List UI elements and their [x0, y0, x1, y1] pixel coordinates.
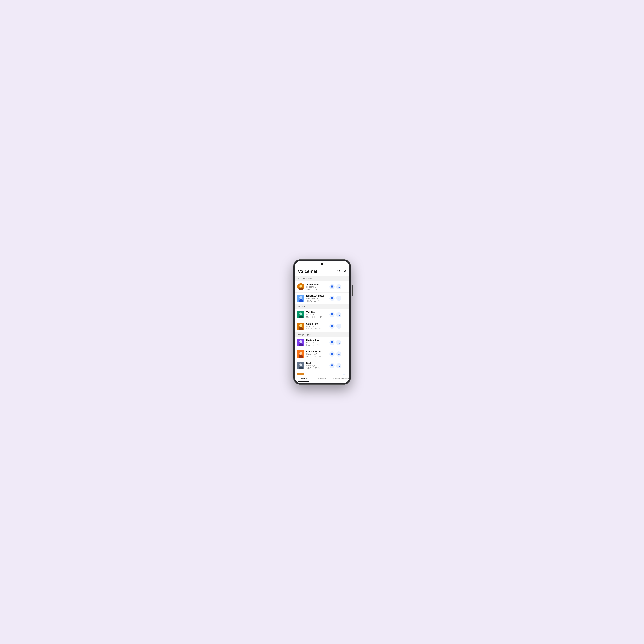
app-content: Voicemail	[295, 261, 349, 383]
avatar	[297, 350, 304, 358]
voicemail-item[interactable]: Sonja Patel	[295, 371, 349, 375]
call-button[interactable]	[336, 312, 341, 317]
bottom-navigation: Inbox Folders Recently Deleted	[295, 375, 349, 383]
message-button[interactable]	[329, 296, 335, 301]
profile-icon[interactable]	[343, 269, 346, 274]
voicemail-list: New voicemails Sonja Patel Hillsboro, CT	[295, 276, 349, 375]
avatar	[297, 323, 304, 330]
svg-point-16	[299, 324, 302, 327]
call-button[interactable]	[336, 324, 341, 329]
power-button	[352, 285, 353, 296]
more-options-button[interactable]: ⋮	[343, 312, 347, 317]
contact-info: Dad Hartford, CT July 5, 11:23 AM	[306, 362, 329, 369]
section-header-starred: Starred	[295, 304, 349, 309]
phone-device: Voicemail	[293, 259, 351, 385]
page-title: Voicemail	[298, 269, 319, 274]
item-actions: ⋮	[329, 324, 347, 329]
svg-point-25	[299, 363, 302, 366]
menu-icon[interactable]	[331, 270, 335, 273]
header-actions	[331, 269, 346, 274]
contact-info: Little Brother Hartford, CT Oct. 31, 8:1…	[306, 350, 329, 358]
tab-inbox[interactable]: Inbox	[295, 377, 313, 381]
voicemail-item[interactable]: Sonja Patel Hillsboro, CT Apr. 29, 5:18 …	[295, 320, 349, 332]
item-actions: ⋮	[329, 296, 347, 301]
contact-info: Kenan Andrews New Haven, CT Today, 7:25 …	[306, 294, 329, 302]
tab-folders[interactable]: Folders	[313, 377, 331, 381]
contact-info: Maddy Jen Hillsboro, CT Dec. 1, 7:54 AM	[306, 339, 329, 346]
avatar	[297, 311, 304, 318]
phone-screen: Voicemail	[295, 261, 349, 383]
camera-notch	[321, 263, 323, 265]
svg-line-4	[339, 272, 340, 273]
voicemail-item[interactable]: Little Brother Hartford, CT Oct. 31, 8:1…	[295, 348, 349, 360]
message-button[interactable]	[329, 312, 335, 317]
call-button[interactable]	[336, 296, 341, 301]
call-button[interactable]	[336, 351, 341, 357]
call-button[interactable]	[336, 340, 341, 345]
message-button[interactable]	[329, 324, 335, 329]
more-options-button[interactable]: ⋮	[343, 363, 347, 368]
svg-rect-27	[297, 373, 304, 375]
call-button[interactable]	[336, 363, 341, 368]
item-actions: ⋮	[329, 363, 347, 368]
search-icon[interactable]	[337, 270, 340, 274]
contact-info: Taji Tisch Hillsboro, CT Mar. 15, 11:11 …	[306, 311, 329, 318]
avatar	[297, 339, 304, 346]
avatar	[297, 295, 304, 302]
section-header-everything: Everything else	[295, 332, 349, 337]
message-button[interactable]	[329, 284, 335, 289]
voicemail-item[interactable]: Maddy Jen Hillsboro, CT Dec. 1, 7:54 AM …	[295, 337, 349, 348]
tab-recently-deleted[interactable]: Recently Deleted	[331, 377, 349, 381]
more-options-button[interactable]: ⋮	[343, 340, 347, 345]
more-options-button[interactable]: ⋮	[343, 324, 347, 328]
avatar	[297, 373, 304, 375]
item-actions: ⋮	[329, 340, 347, 345]
item-actions: ⋮	[329, 351, 347, 357]
contact-info: Sonja Patel Hillsboro, CT Apr. 29, 5:18 …	[306, 322, 329, 330]
svg-point-22	[299, 352, 302, 355]
call-button[interactable]	[336, 284, 341, 289]
svg-rect-2	[331, 272, 335, 272]
svg-point-13	[299, 312, 302, 315]
more-options-button[interactable]: ⋮	[343, 296, 347, 300]
more-options-button[interactable]: ⋮	[343, 352, 347, 356]
message-button[interactable]	[329, 363, 335, 368]
voicemail-item[interactable]: Taji Tisch Hillsboro, CT Mar. 15, 11:11 …	[295, 309, 349, 320]
contact-info: Sonja Patel Hillsboro, CT Today, 12:34 P…	[306, 283, 329, 290]
more-options-button[interactable]: ⋮	[343, 284, 347, 289]
svg-point-10	[299, 296, 302, 299]
voicemail-item[interactable]: Dad Hartford, CT July 5, 11:23 AM ⋮	[295, 360, 349, 371]
item-actions: ⋮	[329, 284, 347, 289]
svg-point-19	[299, 340, 302, 343]
svg-rect-1	[331, 271, 334, 271]
avatar	[297, 362, 304, 369]
svg-point-5	[344, 270, 345, 271]
section-header-new: New voicemails	[295, 276, 349, 281]
voicemail-item[interactable]: Sonja Patel Hillsboro, CT Today, 12:34 P…	[295, 281, 349, 293]
svg-rect-0	[331, 270, 335, 270]
item-actions: ⋮	[329, 312, 347, 317]
message-button[interactable]	[329, 340, 335, 345]
voicemail-item[interactable]: Kenan Andrews New Haven, CT Today, 7:25 …	[295, 293, 349, 304]
message-button[interactable]	[329, 351, 335, 357]
avatar	[297, 283, 304, 290]
svg-point-7	[299, 285, 302, 288]
